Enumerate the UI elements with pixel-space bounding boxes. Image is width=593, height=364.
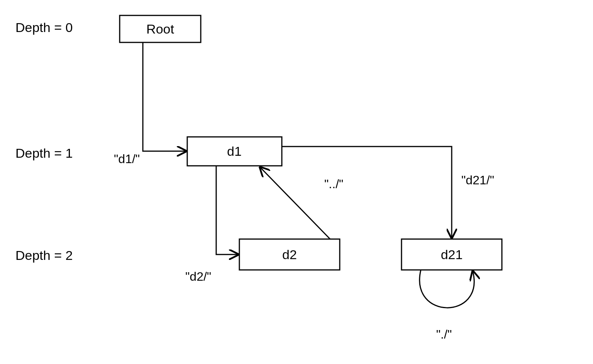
node-root-label: Root — [146, 22, 174, 36]
node-d2-label: d2 — [282, 247, 297, 262]
depth-label-1: Depth = 1 — [15, 146, 73, 160]
edge-label-root-to-d1: "d1/" — [114, 152, 140, 166]
edge-d1-to-d2 — [216, 166, 237, 254]
edge-label-d1-to-d2: "d2/" — [185, 270, 211, 283]
edge-d2-to-d1 — [261, 168, 330, 239]
edge-label-d2-to-d1: "../" — [324, 177, 343, 191]
node-d21-label: d21 — [441, 247, 463, 262]
directory-tree-diagram: Depth = 0 Depth = 1 Depth = 2 Root d1 d2… — [0, 0, 593, 364]
edge-label-d21-self: "./" — [436, 327, 452, 341]
edge-d21-self — [420, 270, 474, 308]
edge-d1-to-d21 — [282, 147, 452, 237]
edge-label-d1-to-d21: "d21/" — [461, 173, 494, 187]
node-d1-label: d1 — [227, 144, 242, 158]
edge-root-to-d1 — [143, 42, 185, 151]
depth-label-2: Depth = 2 — [15, 248, 73, 263]
depth-label-0: Depth = 0 — [15, 20, 73, 35]
